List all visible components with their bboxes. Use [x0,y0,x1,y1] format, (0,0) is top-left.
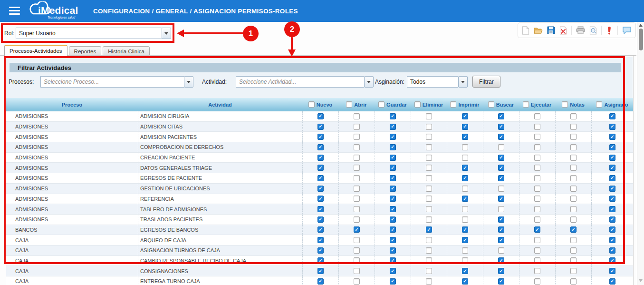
checkbox-unchecked[interactable] [498,144,504,150]
checkbox-checked[interactable] [498,134,504,140]
checkbox-unchecked[interactable] [498,206,504,212]
checkbox-unchecked[interactable] [534,175,540,181]
checkbox-checked[interactable] [390,257,396,264]
checkbox-unchecked[interactable] [462,257,468,264]
checkbox-unchecked[interactable] [570,144,577,150]
checkbox-checked[interactable] [317,134,324,140]
checkbox-checked[interactable] [317,124,324,130]
checkbox-checked[interactable] [390,175,396,181]
tab-reportes[interactable]: Reportes [69,46,102,56]
checkbox-unchecked[interactable] [462,155,468,161]
select-all-checkbox[interactable] [488,101,494,108]
checkbox-checked[interactable] [317,278,324,285]
checkbox-unchecked[interactable] [534,155,540,161]
rol-dropdown[interactable]: Super Usuario [16,28,171,39]
checkbox-checked[interactable] [462,278,468,285]
save-icon[interactable] [547,26,555,35]
checkbox-checked[interactable] [498,257,504,264]
checkbox-unchecked[interactable] [570,134,577,140]
select-all-checkbox[interactable] [450,101,456,108]
checkbox-unchecked[interactable] [534,186,540,192]
checkbox-checked[interactable] [609,165,615,171]
delete-document-icon[interactable] [559,26,567,35]
checkbox-unchecked[interactable] [534,237,540,243]
checkbox-checked[interactable] [354,226,360,233]
checkbox-checked[interactable] [390,124,396,130]
checkbox-unchecked[interactable] [570,196,577,202]
checkbox-unchecked[interactable] [462,186,468,192]
checkbox-unchecked[interactable] [354,155,360,161]
vertical-scrollbar[interactable] [637,22,644,285]
select-all-checkbox[interactable] [378,101,384,108]
checkbox-checked[interactable] [462,175,468,181]
checkbox-unchecked[interactable] [354,278,360,285]
alert-icon[interactable] [606,26,614,35]
checkbox-checked[interactable] [498,237,504,243]
checkbox-unchecked[interactable] [426,257,432,264]
checkbox-unchecked[interactable] [426,134,432,140]
checkbox-unchecked[interactable] [534,206,540,212]
checkbox-checked[interactable] [317,237,324,243]
checkbox-checked[interactable] [317,144,324,150]
checkbox-unchecked[interactable] [426,186,432,192]
checkbox-checked[interactable] [317,226,324,233]
hamburger-menu-icon[interactable] [9,7,20,15]
checkbox-unchecked[interactable] [426,268,432,274]
checkbox-checked[interactable] [609,237,615,243]
checkbox-checked[interactable] [390,247,396,254]
checkbox-unchecked[interactable] [534,124,540,130]
checkbox-unchecked[interactable] [354,247,360,254]
scroll-down-icon[interactable] [639,279,643,282]
checkbox-unchecked[interactable] [462,144,468,150]
checkbox-unchecked[interactable] [570,216,577,223]
print-preview-icon[interactable] [589,26,597,35]
checkbox-unchecked[interactable] [426,196,432,202]
checkbox-checked[interactable] [570,226,577,233]
checkbox-unchecked[interactable] [426,278,432,285]
checkbox-checked[interactable] [462,237,468,243]
checkbox-unchecked[interactable] [426,165,432,171]
checkbox-unchecked[interactable] [354,196,360,202]
checkbox-checked[interactable] [609,175,615,181]
checkbox-checked[interactable] [609,124,615,130]
checkbox-unchecked[interactable] [570,186,577,192]
checkbox-checked[interactable] [609,257,615,264]
actividad-dropdown-placeholder[interactable]: Seleccione Actividad... [236,76,364,88]
scroll-up-icon[interactable] [639,24,643,27]
checkbox-unchecked[interactable] [426,247,432,254]
rol-dropdown-arrow-icon[interactable] [162,28,171,39]
checkbox-unchecked[interactable] [426,175,432,181]
checkbox-checked[interactable] [390,144,396,150]
checkbox-checked[interactable] [390,216,396,223]
checkbox-checked[interactable] [462,165,468,171]
select-all-checkbox[interactable] [308,101,315,108]
scrollbar-thumb[interactable] [639,29,643,50]
checkbox-unchecked[interactable] [498,247,504,254]
checkbox-checked[interactable] [609,206,615,212]
column-header-proceso[interactable]: Proceso [6,102,138,108]
checkbox-checked[interactable] [609,278,615,285]
checkbox-checked[interactable] [390,278,396,285]
checkbox-unchecked[interactable] [570,268,577,274]
checkbox-checked[interactable] [609,196,615,202]
checkbox-checked[interactable] [498,226,504,233]
asignacion-dropdown-arrow-icon[interactable] [458,76,468,88]
checkbox-checked[interactable] [390,165,396,171]
tab-historia-clinica[interactable]: Historia Clinica [103,46,150,56]
filtrar-button[interactable]: Filtrar [472,76,500,88]
checkbox-unchecked[interactable] [534,216,540,223]
checkbox-checked[interactable] [462,226,468,233]
actividad-dropdown-arrow-icon[interactable] [364,76,374,88]
checkbox-unchecked[interactable] [354,216,360,223]
checkbox-checked[interactable] [498,113,504,119]
checkbox-unchecked[interactable] [354,268,360,274]
checkbox-checked[interactable] [317,216,324,223]
checkbox-unchecked[interactable] [426,144,432,150]
checkbox-unchecked[interactable] [534,144,540,150]
checkbox-checked[interactable] [317,165,324,171]
checkbox-unchecked[interactable] [570,247,577,254]
comments-icon[interactable] [622,26,632,35]
checkbox-unchecked[interactable] [354,144,360,150]
checkbox-checked[interactable] [609,113,615,119]
checkbox-checked[interactable] [317,175,324,181]
